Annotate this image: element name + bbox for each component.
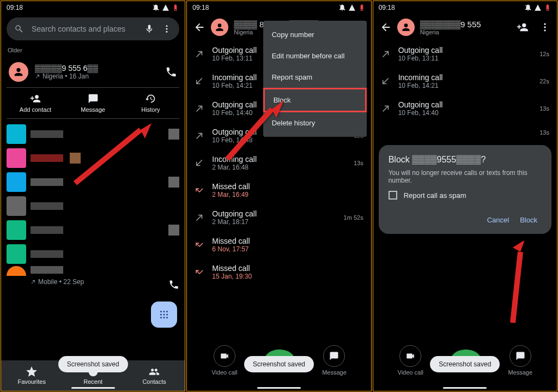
contact-number: ▒▒▒▒▒9 555 6▒▒ — [35, 64, 159, 73]
history-sub: 10 Feb, 14:48 — [212, 136, 346, 144]
history-sub: 10 Feb, 13:11 — [398, 55, 532, 62]
mic-icon[interactable] — [144, 24, 154, 34]
add-contact-button[interactable]: Add contact — [7, 88, 64, 118]
dialog-body: You will no longer receive calls or text… — [389, 169, 542, 184]
history-duration: 13s — [354, 160, 363, 166]
history-title: Missed call — [212, 237, 355, 245]
history-title: Incoming call — [212, 155, 346, 164]
contact-sub: Nigeria • 16 Jan — [35, 73, 159, 80]
block-button[interactable]: Block — [520, 216, 537, 224]
video-call-button[interactable]: Video call — [398, 345, 424, 376]
outgoing-small-icon — [35, 74, 40, 79]
nav-contacts[interactable]: Contacts — [124, 366, 185, 385]
status-bar: 09:18 — [1, 1, 185, 14]
message-button[interactable]: Message — [322, 345, 347, 376]
history-title: Missed call — [212, 264, 355, 273]
contact-header: ▒▒▒▒▒▒▒9 555 Nigeria — [373, 14, 557, 40]
message-button[interactable]: Message — [64, 88, 122, 118]
screen-block-dialog: 09:18 ▒▒▒▒▒▒▒9 555 Nigeria Outgoing call — [373, 1, 557, 391]
avatar — [211, 19, 228, 36]
report-spam-checkbox[interactable]: Report call as spam — [389, 191, 542, 200]
history-title: Outgoing call — [398, 100, 532, 109]
signal-icon — [162, 4, 169, 11]
menu-block[interactable]: Block — [263, 88, 367, 112]
menu-copy-number[interactable]: Copy number — [263, 24, 367, 45]
history-title: Incoming call — [398, 73, 532, 82]
dnd-icon — [152, 4, 160, 11]
history-duration: 12s — [539, 51, 549, 57]
search-bar[interactable]: Search contacts and places — [7, 17, 179, 40]
history-row[interactable]: Missed call 15 Jan, 19:30 — [187, 258, 371, 286]
cancel-button[interactable]: Cancel — [487, 216, 509, 224]
history-row[interactable]: Outgoing call 10 Feb, 13:11 12s — [373, 40, 557, 68]
more-icon[interactable] — [162, 24, 172, 34]
history-sub: 15 Jan, 19:30 — [212, 273, 355, 280]
more-icon[interactable] — [539, 22, 550, 33]
battery-icon — [172, 4, 179, 11]
history-title: Outgoing call — [212, 209, 336, 218]
history-sub: 2 Mar, 16:49 — [212, 191, 355, 198]
history-row[interactable]: Missed call 6 Nov, 17:57 — [187, 231, 371, 258]
history-duration: 13s — [539, 105, 549, 112]
toast: Screenshot saved — [244, 356, 314, 372]
screen-history-menu: 09:18 ▒▒▒▒ 809 555▒▒▒▒▒ Nigeria Outgoing… — [186, 1, 371, 391]
history-row[interactable]: 13s — [373, 122, 557, 143]
toast: Screenshot saved — [430, 356, 500, 372]
dialpad-fab[interactable] — [151, 301, 177, 328]
recent-contact[interactable]: ▒▒▒▒▒9 555 6▒▒ Nigeria • 16 Jan — [1, 57, 185, 87]
history-sub: 10 Feb, 14:21 — [398, 82, 532, 89]
toast: Screenshot saved — [58, 356, 128, 372]
avatar — [397, 19, 415, 36]
context-menu: Copy number Edit number before call Repo… — [263, 21, 367, 137]
menu-edit-number[interactable]: Edit number before call — [263, 45, 367, 67]
search-icon — [14, 24, 24, 34]
back-icon[interactable] — [193, 21, 205, 33]
nav-favourites[interactable]: Favourites — [1, 366, 62, 385]
back-icon[interactable] — [380, 21, 392, 33]
action-row: Add contact Message History — [7, 87, 179, 119]
history-title: Outgoing call — [398, 46, 532, 55]
block-dialog: Block ▒▒▒▒9555▒▒▒▒? You will no longer r… — [379, 145, 551, 234]
history-row[interactable]: Outgoing call 2 Mar, 18:17 1m 52s — [187, 204, 371, 231]
history-sub: 10 Feb, 14:40 — [398, 109, 532, 117]
history-duration: 1m 52s — [344, 214, 363, 221]
status-bar: 09:18 — [187, 1, 371, 14]
menu-delete-history[interactable]: Delete history — [263, 112, 367, 134]
history-sub: 6 Nov, 17:57 — [212, 245, 355, 253]
dialog-title: Block ▒▒▒▒9555▒▒▒▒? — [389, 155, 542, 165]
menu-report-spam[interactable]: Report spam — [263, 67, 367, 88]
older-header: Older — [1, 44, 185, 57]
history-button[interactable]: History — [122, 88, 180, 118]
status-time: 09:18 — [7, 4, 23, 11]
call-icon[interactable] — [165, 66, 177, 78]
history-sub: 2 Mar, 18:17 — [212, 218, 336, 226]
history-row[interactable]: Missed call 2 Mar, 16:49 — [187, 177, 371, 204]
checkbox-icon — [389, 191, 397, 200]
history-duration: 13s — [539, 129, 549, 136]
history-duration: 22s — [539, 78, 549, 85]
history-title: Missed call — [212, 182, 355, 191]
video-call-button[interactable]: Video call — [211, 345, 238, 376]
screen-recent-calls: 09:18 Search contacts and places Older ▒… — [1, 1, 185, 391]
history-row[interactable]: Incoming call 2 Mar, 16:48 13s — [187, 149, 371, 177]
add-contact-icon[interactable] — [517, 21, 529, 33]
history-row[interactable]: Outgoing call 10 Feb, 14:40 13s — [373, 95, 557, 122]
message-button[interactable]: Message — [508, 345, 532, 376]
search-placeholder: Search contacts and places — [32, 25, 137, 33]
history-row[interactable]: Incoming call 10 Feb, 14:21 22s — [373, 68, 557, 95]
history-sub: 2 Mar, 16:48 — [212, 164, 346, 171]
avatar — [9, 62, 28, 82]
status-bar: 09:18 — [373, 1, 557, 14]
